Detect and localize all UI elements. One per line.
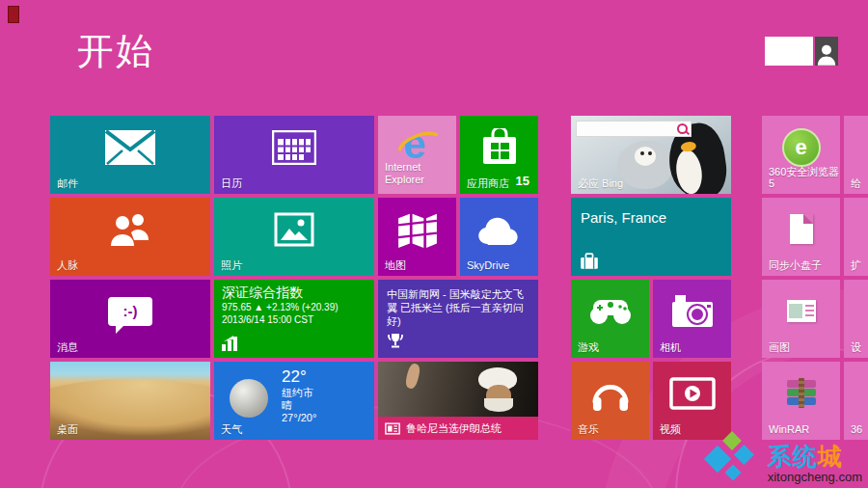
tile-people[interactable]: 人脉 [50, 198, 210, 276]
tile-label: 视频 [660, 423, 681, 435]
news-photo [404, 363, 421, 390]
tile-desktop[interactable]: 桌面 [50, 362, 210, 440]
tile-label: 日历 [221, 177, 242, 189]
tile-bing[interactable]: 必应 Bing [571, 116, 731, 194]
tile-mail[interactable]: 邮件 [50, 116, 210, 194]
penguin-chick-photo [617, 141, 673, 189]
tile-calendar[interactable]: 日历 [214, 116, 374, 194]
tile-label: 应用商店 [467, 177, 509, 189]
user-name-box[interactable] [765, 37, 813, 66]
tile-label: 必应 Bing [578, 177, 623, 189]
weather-city: 纽约市 [282, 387, 316, 399]
tile-news[interactable]: 鲁哈尼当选伊朗总统 [378, 362, 538, 440]
people-icon [50, 202, 210, 257]
tile-winrar[interactable]: WinRAR [762, 362, 840, 440]
news-photo [484, 398, 513, 412]
video-play-icon [653, 366, 731, 420]
store-icon [460, 120, 538, 175]
weather-temperature: 22° [282, 367, 316, 387]
headphones-icon [571, 366, 649, 420]
tile-photos[interactable]: 照片 [214, 198, 374, 276]
newspaper-icon [385, 422, 400, 435]
tile-store[interactable]: 应用商店 15 [460, 116, 538, 194]
mail-icon [50, 120, 210, 175]
person-icon [817, 42, 836, 66]
finance-quote: 975.65 ▲ +2.13% (+20.39) [222, 301, 366, 313]
news-caption: 鲁哈尼当选伊朗总统 [406, 421, 502, 436]
tile-label: 照片 [221, 259, 242, 271]
winrar-icon [762, 366, 840, 420]
tile-partial-2[interactable]: 扩 [844, 198, 868, 276]
tile-label: 人脉 [57, 259, 78, 271]
tile-label: 邮件 [57, 177, 78, 189]
tile-sync-helper[interactable]: 同步小盘子 [762, 198, 840, 276]
tile-label: 相机 [660, 341, 681, 353]
tile-label: 给 [851, 177, 861, 189]
tile-label: 桌面 [57, 423, 78, 435]
document-icon [762, 202, 840, 257]
search-icon [677, 123, 688, 134]
tile-camera[interactable]: 相机 [653, 280, 731, 358]
window-app-icon [762, 284, 840, 339]
internet-explorer-icon: e [378, 120, 456, 167]
calendar-icon [214, 120, 374, 175]
watermark-brand: 系统 [768, 443, 818, 470]
watermark-domain: xitongcheng.com [768, 470, 862, 484]
finance-index-name: 深证综合指数 [222, 286, 366, 299]
tile-label: 扩 [851, 259, 861, 271]
travel-destination: Paris, France [581, 209, 666, 226]
svg-text:e: e [403, 123, 425, 164]
bing-search-bar [576, 121, 692, 137]
weather-condition: 晴 [282, 399, 316, 412]
games-controller-icon [571, 284, 649, 339]
moon-icon [230, 379, 268, 418]
tile-label: 游戏 [578, 341, 599, 353]
tile-video[interactable]: 视频 [653, 362, 731, 440]
tile-paint[interactable]: 画图 [762, 280, 840, 358]
tile-messaging[interactable]: :-) 消息 [50, 280, 210, 358]
tile-sports[interactable]: 中国新闻网 - 国米敲定尤文飞翼 已抵米兰 (抵后一直亲切问好) [378, 280, 538, 358]
trophy-icon [387, 333, 404, 350]
tile-travel[interactable]: Paris, France [571, 198, 731, 276]
tile-games[interactable]: 游戏 [571, 280, 649, 358]
sports-headline: 中国新闻网 - 国米敲定尤文飞翼 已抵米兰 (抵后一直亲切问好) [378, 280, 538, 336]
tile-label: 同步小盘子 [769, 259, 822, 271]
tile-weather[interactable]: 22° 纽约市 晴 27°/20° 天气 [214, 362, 374, 440]
tile-360-browser[interactable]: e 360安全浏览器5 [762, 116, 840, 194]
photos-icon [214, 202, 374, 257]
tile-label: 消息 [57, 341, 78, 353]
corner-artifact [8, 6, 19, 23]
tile-maps[interactable]: 地图 [378, 198, 456, 276]
tile-partial-3[interactable]: 设 [844, 280, 868, 358]
start-title: 开始 [77, 27, 154, 76]
tile-partial-4[interactable]: 36 [844, 362, 868, 440]
tile-internet-explorer[interactable]: e Internet Explorer [378, 116, 456, 194]
tile-skydrive[interactable]: SkyDrive [460, 198, 538, 276]
user-avatar[interactable] [815, 37, 838, 66]
tile-label: SkyDrive [467, 259, 509, 271]
messaging-icon: :-) [50, 284, 210, 339]
suitcase-icon [580, 253, 599, 269]
skydrive-cloud-icon [460, 202, 538, 257]
chart-icon [222, 336, 241, 351]
store-update-count: 15 [516, 174, 529, 188]
tile-label: 天气 [221, 423, 242, 435]
tile-label: Internet Explorer [385, 161, 456, 186]
tile-finance[interactable]: 深证综合指数 975.65 ▲ +2.13% (+20.39) 2013/6/1… [214, 280, 374, 358]
finance-timestamp: 2013/6/14 15:00 CST [222, 313, 366, 326]
site-watermark: 系统城 xitongcheng.com [706, 434, 862, 484]
tile-music[interactable]: 音乐 [571, 362, 649, 440]
tile-label: 360安全浏览器5 [769, 166, 840, 189]
tile-label: 画图 [769, 341, 790, 353]
tile-label: 设 [851, 341, 861, 353]
tile-label: 音乐 [578, 423, 599, 435]
weather-high-low: 27°/20° [282, 412, 316, 424]
tile-partial-1[interactable]: 给 [844, 116, 868, 194]
xitongcheng-logo [706, 434, 760, 484]
maps-icon [378, 202, 456, 257]
camera-icon [653, 284, 731, 339]
tile-label: 地图 [385, 259, 406, 271]
